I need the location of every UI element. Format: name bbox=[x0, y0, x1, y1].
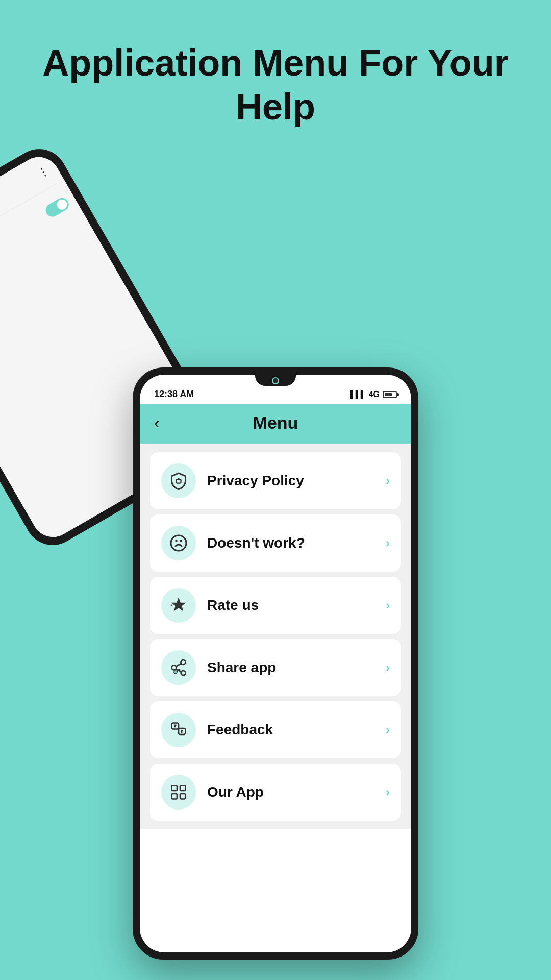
our-app-chevron: › bbox=[386, 785, 390, 799]
share-icon bbox=[169, 658, 188, 677]
app-header: ‹ Menu bbox=[140, 404, 411, 444]
svg-marker-5 bbox=[171, 598, 186, 611]
status-time: 12:38 AM bbox=[154, 389, 194, 400]
menu-item-rate-us[interactable]: Rate us › bbox=[150, 577, 401, 634]
header-title: Menu bbox=[253, 413, 298, 433]
bg-phone-toggle bbox=[43, 195, 71, 219]
doesnt-work-chevron: › bbox=[386, 536, 390, 550]
svg-rect-21 bbox=[172, 786, 178, 791]
svg-line-12 bbox=[176, 664, 181, 667]
privacy-policy-chevron: › bbox=[386, 474, 390, 488]
rate-us-icon-circle bbox=[161, 588, 196, 623]
feedback-icon bbox=[169, 721, 188, 739]
apps-icon bbox=[169, 783, 188, 801]
shield-icon bbox=[169, 472, 188, 490]
share-app-label: Share app bbox=[207, 659, 374, 676]
svg-point-9 bbox=[172, 666, 177, 670]
svg-point-2 bbox=[171, 535, 186, 551]
svg-rect-16 bbox=[179, 728, 186, 734]
network-type: 4G bbox=[369, 390, 380, 399]
share-app-icon-circle bbox=[161, 650, 196, 685]
menu-item-our-app[interactable]: Our App › bbox=[150, 764, 401, 821]
sad-face-icon bbox=[169, 534, 188, 552]
svg-point-1 bbox=[178, 478, 180, 481]
rate-us-label: Rate us bbox=[207, 597, 374, 614]
feedback-chevron: › bbox=[386, 723, 390, 737]
main-phone: 12:38 AM ▌▌▌ 4G ‹ Menu bbox=[133, 368, 418, 960]
our-app-label: Our App bbox=[207, 784, 374, 800]
feedback-icon-circle bbox=[161, 713, 196, 747]
back-button[interactable]: ‹ bbox=[154, 413, 160, 432]
svg-rect-24 bbox=[180, 794, 186, 799]
menu-item-privacy-policy[interactable]: Privacy Policy › bbox=[150, 452, 401, 509]
notch-camera bbox=[272, 377, 279, 384]
svg-rect-23 bbox=[172, 794, 178, 799]
share-app-chevron: › bbox=[386, 660, 390, 675]
battery-icon bbox=[383, 391, 397, 398]
privacy-policy-label: Privacy Policy bbox=[207, 473, 374, 489]
svg-rect-15 bbox=[172, 723, 179, 729]
our-app-icon-circle bbox=[161, 775, 196, 810]
doesnt-work-label: Doesn't work? bbox=[207, 535, 374, 551]
stars-icon bbox=[169, 596, 188, 615]
status-right: ▌▌▌ 4G bbox=[350, 390, 397, 399]
bg-phone-dots: ⋮ bbox=[35, 163, 53, 181]
rate-us-chevron: › bbox=[386, 598, 390, 612]
signal-bars: ▌▌▌ bbox=[350, 390, 366, 399]
svg-marker-6 bbox=[170, 604, 173, 606]
menu-content: Privacy Policy › Doesn't work? › bbox=[140, 444, 411, 829]
menu-item-share-app[interactable]: Share app › bbox=[150, 639, 401, 696]
menu-item-doesnt-work[interactable]: Doesn't work? › bbox=[150, 514, 401, 572]
privacy-policy-icon-circle bbox=[161, 463, 196, 498]
phone-notch bbox=[255, 375, 296, 386]
doesnt-work-icon-circle bbox=[161, 526, 196, 560]
svg-point-8 bbox=[181, 660, 186, 665]
page-title: Application Menu For Your Help bbox=[0, 0, 551, 150]
menu-item-feedback[interactable]: Feedback › bbox=[150, 701, 401, 758]
svg-rect-22 bbox=[180, 786, 186, 791]
feedback-label: Feedback bbox=[207, 722, 374, 738]
svg-point-10 bbox=[181, 671, 186, 675]
